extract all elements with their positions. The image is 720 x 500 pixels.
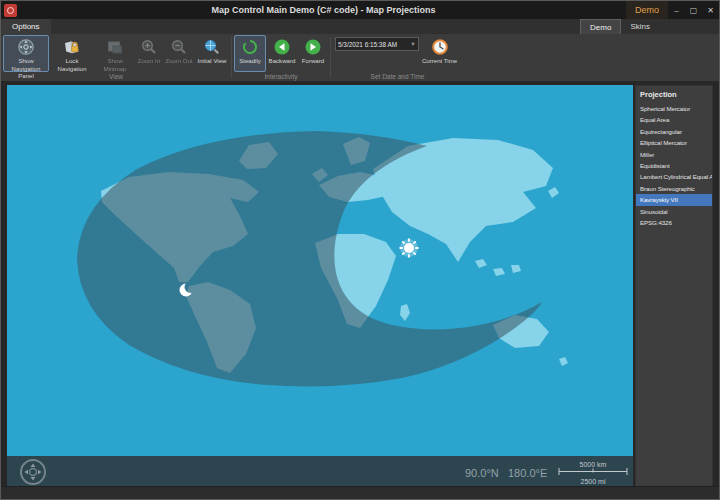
ribbon: Show Navigation Panel Lock Navigation <box>1 34 719 82</box>
zoom-out-icon <box>170 38 188 56</box>
cursor-longitude: 180.0°E <box>508 467 547 479</box>
close-button[interactable]: ✕ <box>702 1 719 19</box>
ribbon-group-datetime: ▼ Current Time Set Date and Time <box>331 34 464 81</box>
initial-view-button[interactable]: Initial View <box>195 35 229 72</box>
app-icon <box>4 4 17 17</box>
datetime-field[interactable]: ▼ <box>335 37 419 51</box>
projection-item-equirectangular[interactable]: Equirectangular <box>636 126 712 137</box>
show-navigation-panel-button[interactable]: Show Navigation Panel <box>3 35 49 72</box>
scale-km-label: 5000 km <box>580 461 607 468</box>
initial-view-icon <box>203 38 221 56</box>
main-area: 90.0°N 180.0°E 5000 km 2500 mi Projectio… <box>1 81 719 487</box>
moon-icon <box>180 284 193 297</box>
backward-label: Backward <box>269 57 296 65</box>
forward-button[interactable]: Forward <box>298 35 328 72</box>
steadily-button[interactable]: Steadily <box>234 35 266 72</box>
group-caption-view: View <box>1 72 231 81</box>
minimize-button[interactable]: – <box>668 1 685 19</box>
ribbon-tab-row: Options Demo Skins <box>1 19 719 34</box>
zoom-out-label: Zoom Out <box>165 57 192 65</box>
backward-button[interactable]: Backward <box>266 35 298 72</box>
projection-item-miller[interactable]: Miller <box>636 149 712 160</box>
current-time-button[interactable]: Current Time <box>419 35 460 72</box>
tab-demo[interactable]: Demo <box>580 19 621 34</box>
ribbon-group-view: Show Navigation Panel Lock Navigation <box>1 34 231 81</box>
projection-item-sinusoidal[interactable]: Sinusoidal <box>636 206 712 217</box>
ribbon-group-interactivity: Steadily Backward Forward <box>232 34 330 81</box>
projection-panel: Projection Spherical Mercator Equal Area… <box>635 85 713 489</box>
title-bar: Map Control Main Demo (C# code) - Map Pr… <box>1 1 719 19</box>
zoom-in-button[interactable]: Zoom In <box>135 35 163 72</box>
tab-spacer <box>51 19 581 34</box>
lock-navigation-label: Lock Navigation <box>51 57 93 72</box>
initial-view-label: Initial View <box>197 57 226 65</box>
projection-item-elliptical-mercator[interactable]: Elliptical Mercator <box>636 137 712 148</box>
navigation-panel-icon <box>17 38 35 56</box>
projection-item-spherical-mercator[interactable]: Spherical Mercator <box>636 103 712 114</box>
zoom-in-icon <box>140 38 158 56</box>
tab-options[interactable]: Options <box>1 19 51 34</box>
projection-item-equal-area[interactable]: Equal Area <box>636 114 712 125</box>
sun-icon <box>400 239 419 258</box>
projection-item-braun-stereographic[interactable]: Braun Stereographic <box>636 183 712 194</box>
backward-icon <box>273 38 291 56</box>
app-window: Map Control Main Demo (C# code) - Map Pr… <box>0 0 720 500</box>
show-minimap-button[interactable]: Show Minimap <box>95 35 135 72</box>
current-time-label: Current Time <box>422 57 457 65</box>
projection-panel-header: Projection <box>636 86 712 103</box>
lock-icon <box>63 38 81 56</box>
group-caption-interactivity: Interactivity <box>232 72 330 81</box>
ribbon-category-demo[interactable]: Demo <box>626 1 668 19</box>
forward-icon <box>304 38 322 56</box>
projection-item-equidistant[interactable]: Equidistant <box>636 160 712 171</box>
show-minimap-label: Show Minimap <box>97 57 133 72</box>
scale-mi-label: 2500 mi <box>581 478 606 485</box>
status-bar <box>1 486 719 499</box>
forward-label: Forward <box>302 57 324 65</box>
map-view[interactable]: 90.0°N 180.0°E 5000 km 2500 mi <box>7 85 633 489</box>
chevron-down-icon[interactable]: ▼ <box>408 41 418 47</box>
group-caption-datetime: Set Date and Time <box>331 72 464 81</box>
lock-navigation-button[interactable]: Lock Navigation <box>49 35 95 72</box>
steadily-label: Steadily <box>239 57 261 65</box>
tab-skins[interactable]: Skins <box>621 19 659 34</box>
datetime-input[interactable] <box>336 41 408 48</box>
projection-item-lambert-cylindrical[interactable]: Lambert Cylindrical Equal Area <box>636 171 712 182</box>
zoom-in-label: Zoom In <box>138 57 160 65</box>
cursor-latitude: 90.0°N <box>465 467 499 479</box>
clock-icon <box>431 38 449 56</box>
minimap-icon <box>106 38 124 56</box>
maximize-button[interactable]: ▢ <box>685 1 702 19</box>
zoom-out-button[interactable]: Zoom Out <box>163 35 195 72</box>
window-title: Map Control Main Demo (C# code) - Map Pr… <box>21 5 626 15</box>
world-map-svg: 90.0°N 180.0°E 5000 km 2500 mi <box>7 85 633 489</box>
projection-item-epsg-4326[interactable]: EPSG:4326 <box>636 217 712 228</box>
steadily-icon <box>241 38 259 56</box>
projection-item-kavrayskiy-vii[interactable]: Kavrayskiy VII <box>636 194 712 205</box>
projection-list: Spherical Mercator Equal Area Equirectan… <box>636 103 712 488</box>
